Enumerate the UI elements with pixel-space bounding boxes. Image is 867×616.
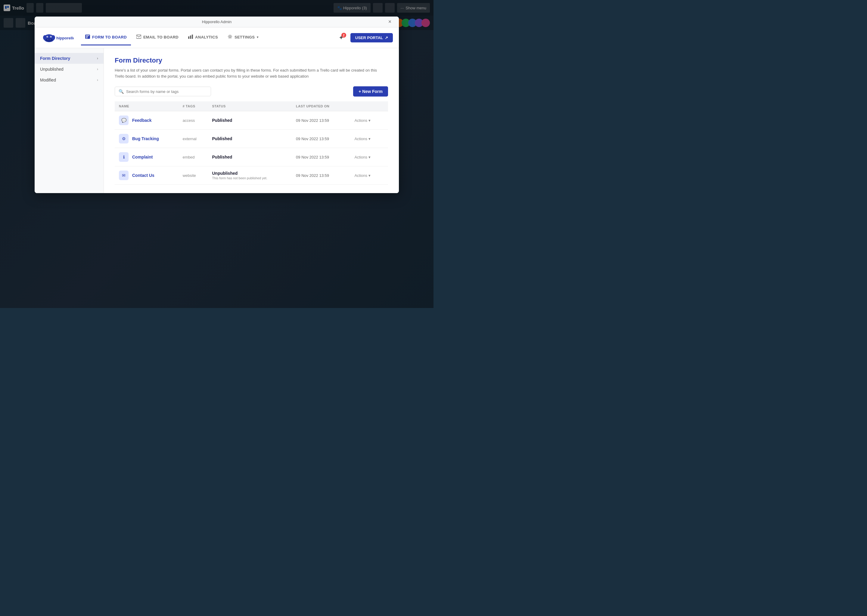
form-name-link-complaint[interactable]: Complaint [132,155,153,159]
user-portal-button[interactable]: USER PORTAL ↗ [350,33,393,42]
modal-overlay: Hipporello Admin × [0,0,434,308]
col-status: STATUS [208,101,292,111]
form-status-feedback: Published [208,111,292,130]
form-date-bug-tracking: 09 Nov 2022 13:59 [292,130,347,148]
sidebar-item-unpublished-label: Unpublished [40,67,63,72]
svg-point-5 [46,38,53,42]
svg-rect-18 [188,36,189,39]
nav-right: ✦ 2 USER PORTAL ↗ [336,32,393,43]
modal-close-button[interactable]: × [386,18,394,26]
form-to-board-icon [85,35,90,40]
form-actions-complaint: Actions ▾ [347,148,388,167]
form-tags-contact-us: website [178,167,208,185]
form-icon-contact-us: ✉ [119,171,129,180]
settings-icon [228,34,232,40]
notification-button[interactable]: ✦ 2 [336,32,347,43]
chevron-right-icon-3: › [97,78,98,82]
user-portal-label: USER PORTAL [355,36,383,40]
svg-text:hipporello: hipporello [56,36,74,40]
sidebar-item-modified[interactable]: Modified › [35,75,104,85]
form-status-contact-us: Unpublished This form has not been publi… [208,167,292,185]
actions-button-feedback[interactable]: Actions ▾ [351,116,374,124]
col-name: NAME [115,101,178,111]
col-actions [347,101,388,111]
svg-point-8 [47,36,47,37]
svg-rect-17 [136,35,141,39]
sidebar-item-unpublished[interactable]: Unpublished › [35,64,104,75]
status-published-complaint: Published [212,155,288,159]
actions-chevron-icon: ▾ [369,118,370,123]
modal-header: Hipporello Admin × [35,17,399,27]
form-icon-complaint: ℹ [119,152,129,162]
chevron-right-icon-2: › [97,67,98,71]
svg-rect-15 [86,36,88,37]
new-form-button[interactable]: + New Form [353,86,388,97]
form-tags-feedback: access [178,111,208,130]
actions-chevron-icon: ▾ [369,137,370,141]
chevron-right-icon-1: › [97,56,98,60]
brand-logo: hipporello [41,27,74,48]
svg-rect-16 [86,38,88,38]
status-published-bug-tracking: Published [212,136,288,141]
actions-chevron-icon: ▾ [369,173,370,178]
toolbar: 🔍 + New Form [115,86,388,97]
sidebar-item-form-directory-label: Form Directory [40,56,70,61]
tab-analytics-label: ANALYTICS [195,35,218,39]
svg-rect-19 [190,36,191,39]
status-published-feedback: Published [212,118,288,123]
svg-point-11 [50,39,51,40]
form-tags-bug-tracking: external [178,130,208,148]
status-sub-contact-us: This form has not been published yet. [212,176,288,180]
settings-chevron-icon: ▾ [257,36,258,39]
modal: Hipporello Admin × [35,17,399,193]
form-name-cell-complaint: ℹ Complaint [115,148,178,167]
form-status-bug-tracking: Published [208,130,292,148]
form-name-link-contact-us[interactable]: Contact Us [132,173,154,178]
tab-form-to-board[interactable]: FORM TO BOARD [81,30,131,46]
sidebar: Form Directory › Unpublished › Modified … [35,48,104,193]
form-tags-complaint: embed [178,148,208,167]
svg-rect-14 [86,35,90,36]
form-actions-feedback: Actions ▾ [347,111,388,130]
actions-button-bug-tracking[interactable]: Actions ▾ [351,135,374,143]
form-name-cell-bug-tracking: ⚙ Bug Tracking [115,130,178,148]
form-date-complaint: 09 Nov 2022 13:59 [292,148,347,167]
form-name-cell-contact-us: ✉ Contact Us [115,167,178,185]
notification-badge: 2 [341,33,346,38]
sidebar-item-modified-label: Modified [40,78,56,82]
tab-email-to-board[interactable]: EMAIL TO BOARD [132,30,183,46]
form-name-cell-feedback: 💬 Feedback [115,111,178,130]
form-icon-feedback: 💬 [119,115,129,125]
form-actions-contact-us: Actions ▾ [347,167,388,185]
table-row: ⚙ Bug Tracking externalPublished09 Nov 2… [115,130,388,148]
page-description: Here's a list of your user portal forms.… [115,68,386,79]
svg-point-21 [229,36,231,38]
status-unpublished-contact-us: Unpublished [212,171,288,176]
main-content: Form Directory Here's a list of your use… [104,48,399,193]
form-name-link-bug-tracking[interactable]: Bug Tracking [132,136,159,141]
form-icon-bug-tracking: ⚙ [119,134,129,143]
actions-button-contact-us[interactable]: Actions ▾ [351,171,374,179]
modal-body: Form Directory › Unpublished › Modified … [35,48,399,193]
form-date-feedback: 09 Nov 2022 13:59 [292,111,347,130]
table-row: ℹ Complaint embedPublished09 Nov 2022 13… [115,148,388,167]
tab-email-to-board-label: EMAIL TO BOARD [143,35,178,39]
form-name-link-feedback[interactable]: Feedback [132,118,152,123]
svg-point-9 [50,36,51,37]
form-status-complaint: Published [208,148,292,167]
tab-analytics[interactable]: ANALYTICS [184,30,222,46]
tab-settings[interactable]: SETTINGS ▾ [223,30,263,46]
modal-nav: hipporello FORM TO BOARD EMAIL TO BOARD [35,27,399,48]
search-box[interactable]: 🔍 [115,86,211,96]
forms-table: NAME # TAGS STATUS LAST UPDATED ON 💬 Fee… [115,101,388,185]
search-input[interactable] [126,90,207,94]
sidebar-item-form-directory[interactable]: Form Directory › [35,53,104,64]
form-date-contact-us: 09 Nov 2022 13:59 [292,167,347,185]
page-title: Form Directory [115,57,388,64]
table-row: 💬 Feedback accessPublished09 Nov 2022 13… [115,111,388,130]
external-link-icon: ↗ [385,36,388,40]
col-last-updated: LAST UPDATED ON [292,101,347,111]
form-actions-bug-tracking: Actions ▾ [347,130,388,148]
tab-form-to-board-label: FORM TO BOARD [92,35,127,39]
actions-button-complaint[interactable]: Actions ▾ [351,153,374,161]
